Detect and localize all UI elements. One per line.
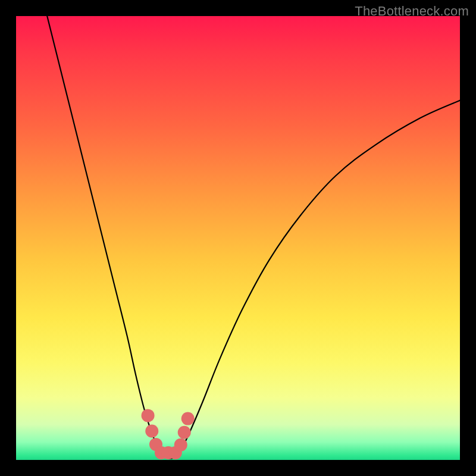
plot-area <box>16 16 460 460</box>
curve-marker <box>145 425 158 438</box>
chart-frame: TheBottleneck.com <box>0 0 476 476</box>
curve-layer <box>16 16 460 460</box>
curve-marker <box>142 409 155 422</box>
curve-marker <box>174 439 187 452</box>
curve-markers <box>142 409 195 459</box>
curve-marker <box>178 426 191 439</box>
watermark-text: TheBottleneck.com <box>355 4 469 19</box>
bottleneck-curve <box>47 16 460 459</box>
curve-marker <box>181 412 195 425</box>
